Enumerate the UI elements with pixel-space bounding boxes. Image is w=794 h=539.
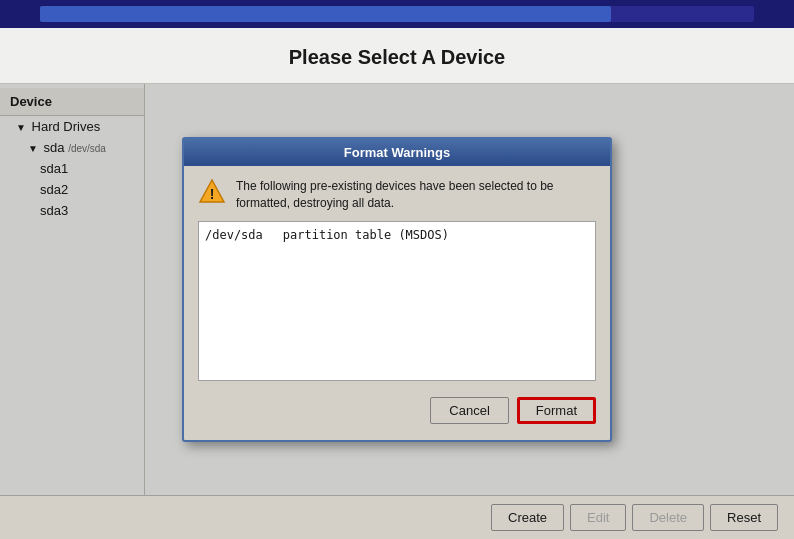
top-progress-bar — [0, 0, 794, 28]
dialog-title: Format Warnings — [344, 145, 450, 160]
format-warnings-dialog: Format Warnings ! The following pre-exis… — [182, 137, 612, 443]
warning-icon: ! — [198, 178, 226, 206]
dialog-list-box: /dev/sda partition table (MSDOS) — [198, 221, 596, 381]
bottom-toolbar: Create Edit Delete Reset — [0, 495, 794, 539]
device-description: partition table (MSDOS) — [283, 228, 449, 242]
dialog-warning-row: ! The following pre-existing devices hav… — [198, 178, 596, 212]
progress-fill — [40, 6, 611, 22]
page-title-bar: Please Select A Device — [0, 28, 794, 84]
edit-button[interactable]: Edit — [570, 504, 626, 531]
delete-button[interactable]: Delete — [632, 504, 704, 531]
reset-button[interactable]: Reset — [710, 504, 778, 531]
dialog-body: ! The following pre-existing devices hav… — [184, 166, 610, 441]
dialog-buttons: Cancel Format — [198, 391, 596, 428]
dialog-warning-text: The following pre-existing devices have … — [236, 178, 596, 212]
content-row: Device ▼ Hard Drives ▼ sda /dev/sda sda1… — [0, 84, 794, 495]
main-area: Please Select A Device Device ▼ Hard Dri… — [0, 28, 794, 539]
list-item: /dev/sda partition table (MSDOS) — [205, 228, 589, 242]
dialog-overlay: Format Warnings ! The following pre-exis… — [0, 84, 794, 495]
cancel-button[interactable]: Cancel — [430, 397, 508, 424]
create-button[interactable]: Create — [491, 504, 564, 531]
svg-text:!: ! — [210, 186, 215, 202]
progress-container — [40, 6, 754, 22]
page-title: Please Select A Device — [0, 46, 794, 69]
dialog-title-bar: Format Warnings — [184, 139, 610, 166]
device-name: /dev/sda — [205, 228, 263, 242]
format-button[interactable]: Format — [517, 397, 596, 424]
